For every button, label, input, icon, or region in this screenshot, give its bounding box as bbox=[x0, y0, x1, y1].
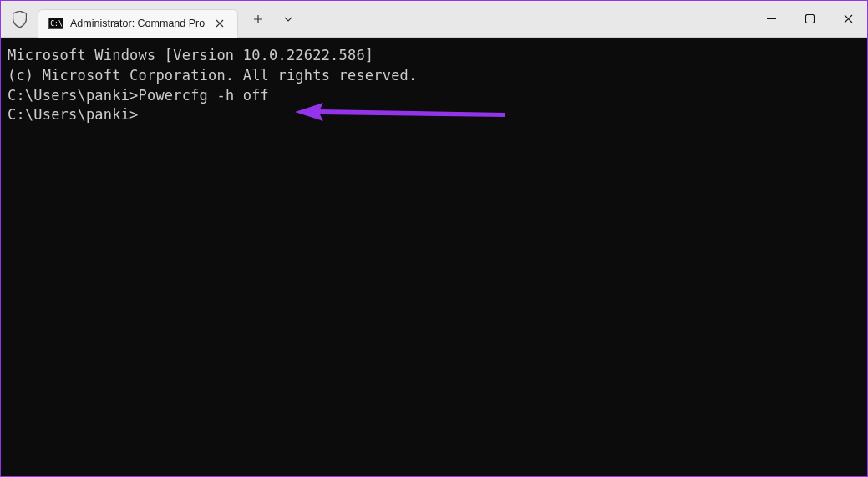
tab-close-button[interactable] bbox=[212, 16, 227, 31]
new-tab-button[interactable] bbox=[245, 6, 272, 33]
terminal-line: Microsoft Windows [Version 10.0.22622.58… bbox=[8, 46, 860, 66]
tab-title: Administrator: Command Pro bbox=[70, 18, 206, 29]
terminal-body[interactable]: Microsoft Windows [Version 10.0.22622.58… bbox=[1, 38, 867, 476]
tab-dropdown-button[interactable] bbox=[275, 6, 302, 33]
tab-command-prompt[interactable]: C:\ Administrator: Command Pro bbox=[38, 9, 238, 38]
window-titlebar: C:\ Administrator: Command Pro bbox=[1, 1, 867, 38]
prompt-path: C:\Users\panki> bbox=[8, 87, 139, 104]
window-controls bbox=[752, 1, 867, 37]
terminal-line: (c) Microsoft Corporation. All rights re… bbox=[8, 66, 860, 86]
prompt-command: Powercfg -h off bbox=[139, 87, 270, 104]
minimize-button[interactable] bbox=[752, 1, 790, 37]
close-button[interactable] bbox=[829, 1, 867, 37]
svg-rect-0 bbox=[767, 18, 776, 19]
tab-actions bbox=[238, 6, 302, 33]
shield-icon bbox=[11, 11, 28, 28]
maximize-button[interactable] bbox=[790, 1, 829, 37]
cmd-icon: C:\ bbox=[48, 18, 63, 29]
terminal-line: C:\Users\panki>Powercfg -h off bbox=[8, 86, 860, 106]
terminal-line: C:\Users\panki> bbox=[8, 105, 860, 125]
prompt-path: C:\Users\panki> bbox=[8, 106, 139, 123]
svg-rect-1 bbox=[805, 15, 814, 23]
